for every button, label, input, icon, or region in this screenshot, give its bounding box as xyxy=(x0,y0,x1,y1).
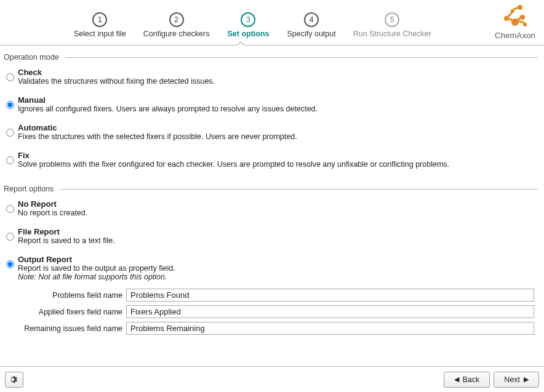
radio-desc: Ignores all configured fixers. Users are… xyxy=(18,105,318,113)
section-divider xyxy=(60,189,538,190)
radio-automatic[interactable] xyxy=(6,129,14,137)
step-select-input-file[interactable]: 1 Select input file xyxy=(74,12,126,38)
step-label: Configure checkers xyxy=(143,30,210,38)
radio-title: Fix xyxy=(18,151,449,160)
section-divider xyxy=(65,57,538,58)
active-step-caret-icon xyxy=(236,41,245,46)
remaining-issues-field-label: Remaining issues field name xyxy=(4,324,124,333)
applied-fixers-field-input[interactable] xyxy=(126,305,534,318)
step-number: 1 xyxy=(92,12,107,27)
brand-logo: ChemAxon xyxy=(495,4,535,40)
back-button[interactable]: ◀ Back xyxy=(444,372,490,388)
back-button-label: Back xyxy=(463,375,480,384)
radio-manual[interactable] xyxy=(6,101,14,109)
output-report-fields: Problems field name Applied fixers field… xyxy=(4,289,538,335)
radio-title: No Report xyxy=(18,199,87,209)
radio-title: Output Report xyxy=(18,255,175,264)
arrow-right-icon: ▶ xyxy=(524,376,529,383)
radio-desc: Report is saved to the output as propert… xyxy=(18,264,175,273)
radio-desc: Fixes the structures with the selected f… xyxy=(18,132,297,141)
section-operation-mode-header: Operation mode xyxy=(4,53,538,62)
step-specify-output[interactable]: 4 Specify output xyxy=(287,12,335,38)
step-number: 2 xyxy=(169,12,184,27)
step-set-options[interactable]: 3 Set options xyxy=(226,12,270,38)
step-label: Set options xyxy=(227,30,269,38)
radio-title: Automatic xyxy=(18,123,297,132)
brand-name: ChemAxon xyxy=(495,31,535,40)
step-label: Specify output xyxy=(287,30,335,38)
applied-fixers-field-label: Applied fixers field name xyxy=(4,308,124,316)
problems-field-label: Problems field name xyxy=(4,291,124,300)
wizard-footer: ◀ Back Next ▶ xyxy=(0,366,544,392)
step-number: 5 xyxy=(385,12,399,27)
next-button-label: Next xyxy=(504,375,520,384)
step-number: 3 xyxy=(241,12,255,27)
step-label: Select input file xyxy=(74,30,126,38)
radio-desc: Solve problems with the fixer configured… xyxy=(18,160,449,169)
radio-check[interactable] xyxy=(6,73,14,81)
radio-fix[interactable] xyxy=(6,156,14,164)
radio-no-report[interactable] xyxy=(6,205,14,213)
wizard-header: 1 Select input file 2 Configure checkers… xyxy=(0,0,544,46)
report-option-output-report[interactable]: Output Report Report is saved to the out… xyxy=(4,252,538,284)
settings-button[interactable] xyxy=(5,372,23,388)
svg-rect-7 xyxy=(508,10,514,17)
arrow-left-icon: ◀ xyxy=(454,376,459,383)
gear-icon xyxy=(9,375,19,385)
radio-title: Manual xyxy=(18,95,318,105)
step-run-structure-checker: 5 Run Structure Checker xyxy=(353,12,431,38)
remaining-issues-field-input[interactable] xyxy=(126,322,534,335)
radio-output-report[interactable] xyxy=(6,260,14,268)
radio-desc: Report is saved to a text file. xyxy=(18,236,115,245)
operation-mode-fix[interactable]: Fix Solve problems with the fixer config… xyxy=(4,148,538,171)
section-title: Operation mode xyxy=(4,53,59,62)
wizard-steps: 1 Select input file 2 Configure checkers… xyxy=(74,12,431,38)
radio-desc: No report is created. xyxy=(18,209,87,217)
chemaxon-logo-icon xyxy=(500,4,530,31)
operation-mode-manual[interactable]: Manual Ignores all configured fixers. Us… xyxy=(4,93,538,116)
radio-desc: Validates the structures without fixing … xyxy=(18,77,215,86)
radio-title: File Report xyxy=(18,227,115,236)
radio-file-report[interactable] xyxy=(6,233,14,241)
report-option-file-report[interactable]: File Report Report is saved to a text fi… xyxy=(4,225,538,247)
section-report-options-header: Report options xyxy=(4,185,538,193)
operation-mode-check[interactable]: Check Validates the structures without f… xyxy=(4,65,538,88)
step-configure-checkers[interactable]: 2 Configure checkers xyxy=(143,12,210,38)
problems-field-input[interactable] xyxy=(126,289,534,302)
section-title: Report options xyxy=(4,185,54,193)
step-number: 4 xyxy=(304,12,319,27)
wizard-content: Operation mode Check Validates the struc… xyxy=(0,46,544,335)
step-label: Run Structure Checker xyxy=(353,30,431,38)
radio-note: Note: Not all file format supports this … xyxy=(18,273,175,281)
next-button[interactable]: Next ▶ xyxy=(494,372,539,388)
report-option-no-report[interactable]: No Report No report is created. xyxy=(4,197,538,220)
radio-title: Check xyxy=(18,68,215,77)
operation-mode-automatic[interactable]: Automatic Fixes the structures with the … xyxy=(4,121,538,143)
